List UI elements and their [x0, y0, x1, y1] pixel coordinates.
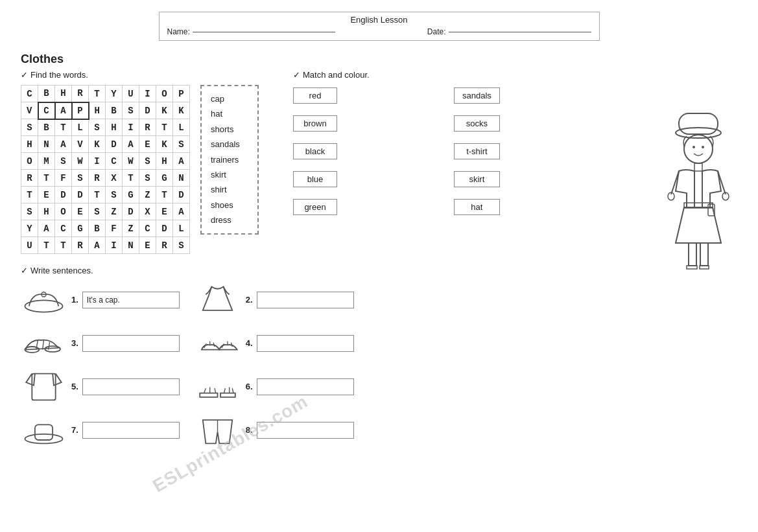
match-right-item: hat	[454, 199, 500, 215]
exercise-number: 3.	[71, 338, 78, 348]
grid-cell: R	[139, 119, 156, 136]
grid-cell: O	[55, 203, 72, 220]
grid-cell: L	[173, 119, 190, 136]
grid-cell: F	[55, 170, 72, 187]
grid-cell: S	[139, 153, 156, 170]
date-field: Date:	[427, 27, 591, 36]
grid-cell: D	[139, 102, 156, 119]
match-line	[337, 96, 454, 179]
grid-cell: U	[21, 237, 38, 254]
grid-cell: S	[123, 102, 139, 119]
grid-cell: S	[21, 119, 38, 136]
svg-line-9	[231, 342, 233, 346]
grid-cell: B	[38, 86, 55, 102]
exercise-number: 2.	[246, 295, 253, 305]
exercise-icon	[21, 282, 66, 318]
match-left-item: green	[293, 199, 337, 215]
header-fields: Name: Date:	[167, 27, 591, 36]
answer-box[interactable]	[82, 422, 180, 439]
grid-cell: M	[38, 153, 55, 170]
grid-cell: S	[21, 203, 38, 220]
exercise-number: 6.	[246, 382, 253, 391]
grid-cell: P	[72, 102, 89, 119]
checkmark-icon: ✓	[21, 70, 28, 80]
answer-box[interactable]	[82, 335, 180, 352]
answer-box[interactable]: It's a cap.	[82, 292, 180, 308]
grid-cell: I	[89, 153, 106, 170]
grid-cell: K	[156, 102, 173, 119]
match-lines-area	[337, 87, 454, 230]
grid-cell: T	[55, 237, 72, 254]
match-instruction: ✓ Match and colour.	[293, 70, 737, 80]
word-grid-wrapper: CBHRTYUIOPVCAPHBSDKKSBTLSHIRTLHNAVKDAEKS…	[21, 85, 267, 254]
match-lines-svg	[337, 87, 454, 230]
word-search-grid: CBHRTYUIOPVCAPHBSDKKSBTLSHIRTLHNAVKDAEKS…	[21, 85, 190, 254]
grid-cell: R	[89, 170, 106, 187]
grid-cell: T	[38, 237, 55, 254]
grid-cell: K	[89, 136, 106, 153]
grid-cell: F	[106, 220, 123, 237]
exercise-icon	[195, 282, 241, 318]
find-words-instruction: ✓ Find the words.	[21, 70, 267, 80]
grid-cell: S	[89, 119, 106, 136]
word-list-box: caphatshortssandalstrainersskirtshirtsho…	[200, 85, 259, 235]
grid-cell: H	[21, 136, 38, 153]
svg-rect-10	[32, 373, 55, 400]
word-list-item: skirt	[211, 167, 248, 182]
svg-line-14	[224, 388, 226, 393]
grid-cell: Z	[106, 203, 123, 220]
exercises-grid: 1.It's a cap.2.3.4.5.6.7.8.	[21, 282, 267, 448]
grid-cell: L	[173, 220, 190, 237]
grid-cell: S	[106, 187, 123, 203]
grid-cell: E	[139, 136, 156, 153]
match-line	[337, 124, 454, 207]
grid-cell: E	[38, 187, 55, 203]
exercise-number: 1.	[71, 295, 78, 305]
exercise-item: 7.	[21, 412, 180, 448]
grid-cell: C	[21, 86, 38, 102]
grid-cell: X	[106, 170, 123, 187]
word-list-item: dress	[211, 213, 248, 227]
grid-cell: S	[55, 153, 72, 170]
svg-rect-25	[694, 163, 702, 171]
grid-cell: P	[173, 86, 190, 102]
exercise-answer: 3.	[71, 335, 180, 352]
grid-cell: C	[139, 220, 156, 237]
date-line	[449, 32, 591, 32]
match-left-item: red	[293, 87, 337, 104]
grid-cell: E	[139, 237, 156, 254]
grid-cell: Z	[123, 220, 139, 237]
svg-point-20	[676, 128, 721, 138]
svg-point-23	[693, 146, 695, 148]
grid-cell: H	[106, 119, 123, 136]
grid-cell: T	[89, 86, 106, 102]
grid-cell: H	[89, 102, 106, 119]
svg-point-22	[684, 135, 713, 163]
word-list-item: cap	[211, 91, 248, 106]
grid-cell: D	[55, 187, 72, 203]
grid-cell: S	[173, 237, 190, 254]
answer-box[interactable]	[82, 378, 180, 395]
match-label: Match and colour.	[303, 70, 370, 80]
grid-cell: A	[173, 203, 190, 220]
svg-line-11	[204, 388, 206, 393]
grid-cell: D	[156, 220, 173, 237]
grid-cell: O	[21, 153, 38, 170]
match-left-item: black	[293, 143, 337, 159]
name-field: Name:	[167, 27, 335, 36]
grid-cell: B	[106, 102, 123, 119]
checkmark2-icon: ✓	[21, 266, 28, 275]
exercise-icon	[21, 412, 66, 448]
exercise-item: 3.	[21, 325, 180, 361]
word-list-item: shoes	[211, 198, 248, 213]
grid-cell: T	[21, 187, 38, 203]
grid-cell: N	[173, 170, 190, 187]
grid-cell: L	[72, 119, 89, 136]
grid-cell: V	[21, 102, 38, 119]
svg-rect-29	[700, 243, 708, 266]
grid-cell: S	[72, 170, 89, 187]
grid-cell: C	[106, 153, 123, 170]
grid-cell: R	[72, 86, 89, 102]
main-content: ✓ Find the words. CBHRTYUIOPVCAPHBSDKKSB…	[0, 70, 758, 448]
grid-cell: T	[156, 119, 173, 136]
